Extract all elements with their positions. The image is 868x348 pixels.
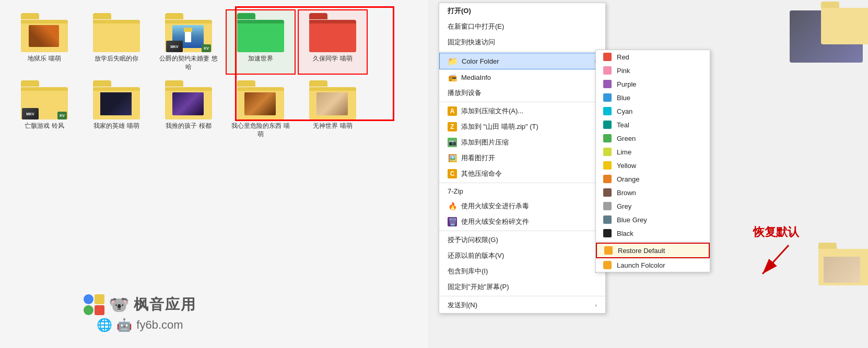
color-label-blue: Blue <box>617 94 630 102</box>
menu-pin-quick-label: 固定到快速访问 <box>448 38 495 47</box>
color-label-restore: Restore Default <box>618 247 665 255</box>
color-item-lime[interactable]: Lime <box>596 145 710 159</box>
menu-shred[interactable]: 🗑️ 使用火绒安全粉碎文件 › <box>439 214 605 230</box>
menu-play-device[interactable]: 播放到设备 › <box>439 85 605 101</box>
compress-icon: C <box>448 169 457 178</box>
color-dot-teal <box>603 121 612 129</box>
menu-send-to-label: 发送到(N) <box>448 301 477 310</box>
menu-view-img[interactable]: 🖼️ 用看图打开 <box>439 150 605 166</box>
menu-pin-start[interactable]: 固定到"开始"屏幕(P) <box>439 279 605 295</box>
color-label-brown: Brown <box>617 189 636 197</box>
color-divider <box>596 241 710 242</box>
folder-item[interactable]: 无神世界 喵萌 <box>299 78 367 141</box>
menu-add-img-zip[interactable]: 📷 添加到图片压缩 <box>439 135 605 150</box>
color-folder-icon: 📁 <box>448 56 458 66</box>
color-dot-yellow <box>603 161 612 170</box>
folder-item[interactable]: 我家的英雄 喵萌 <box>83 78 150 141</box>
menu-divider-2 <box>439 102 605 102</box>
menu-permissions-label: 授予访问权限(G) <box>448 235 498 245</box>
folder-item[interactable]: 我心里危险的东西 喵萌 <box>227 78 295 141</box>
menu-restore-ver[interactable]: 还原以前的版本(V) <box>439 248 605 263</box>
menu-media-info[interactable]: 📻 MediaInfo <box>439 69 605 85</box>
menu-open[interactable]: 打开(O) <box>439 3 605 19</box>
color-label-teal: Teal <box>617 121 629 129</box>
menu-other-compress[interactable]: C 其他压缩命令 › <box>439 166 605 182</box>
color-dot-green <box>603 134 612 142</box>
img-zip-icon: 📷 <box>448 138 457 147</box>
annotation-arrow-svg <box>752 240 799 282</box>
folder-item[interactable]: 我推的孩子 桜都 <box>155 78 222 141</box>
folder-label: 亡骸游戏 铃风 <box>25 122 64 130</box>
menu-7zip-label: 7-Zip <box>448 187 463 195</box>
zip-icon: Z <box>448 122 457 131</box>
menu-add-zip[interactable]: Z 添加到 "山田 喵萌.zip" (T) <box>439 119 605 135</box>
menu-add-archive[interactable]: A 添加到压缩文件(A)... <box>439 103 605 119</box>
color-item-black[interactable]: Black <box>596 226 710 240</box>
color-item-orange[interactable]: Orange <box>596 172 710 186</box>
menu-include-lib-label: 包含到库中(I) <box>448 267 488 276</box>
menu-include-lib[interactable]: 包含到库中(I) › <box>439 263 605 279</box>
folder-label: 放学后失眠的你 <box>95 55 138 63</box>
menu-send-to[interactable]: 发送到(N) › <box>439 297 605 313</box>
color-dot-orange <box>603 175 612 183</box>
color-item-green[interactable]: Green <box>596 131 710 145</box>
color-dot-red <box>603 53 612 61</box>
context-menu-area: 打开(O) 在新窗口中打开(E) 固定到快速访问 📁 Color Folder … <box>428 0 868 348</box>
color-label-grey: Grey <box>617 202 631 210</box>
color-label-purple: Purple <box>617 80 637 88</box>
menu-color-folder[interactable]: 📁 Color Folder › <box>439 53 605 69</box>
file-explorer: 地狱乐 喵萌 放学后失眠的你 MKV <box>0 0 428 348</box>
menu-virus-scan-label: 使用火绒安全进行杀毒 <box>461 201 529 211</box>
menu-other-compress-label: 其他压缩命令 <box>461 169 502 178</box>
menu-view-img-label: 用看图打开 <box>461 153 495 163</box>
folder-item[interactable]: MKV KV 公爵的契约未婚妻 悠哈 <box>155 10 222 74</box>
color-item-purple[interactable]: Purple <box>596 77 710 91</box>
folder-item[interactable]: MKV KV 亡骸游戏 铃风 <box>10 78 78 141</box>
folder-label: 我心里危险的东西 喵萌 <box>229 122 292 138</box>
watermark: 🐨 枫音应用 🌐 🤖 fy6b.com <box>84 294 196 332</box>
watermark-url: fy6b.com <box>136 318 183 332</box>
menu-divider-3 <box>439 183 605 183</box>
folder-label: 我推的孩子 桜都 <box>166 122 211 130</box>
color-item-red[interactable]: Red <box>596 50 710 64</box>
color-item-brown[interactable]: Brown <box>596 186 710 199</box>
color-item-pink[interactable]: Pink <box>596 64 710 77</box>
menu-pin-quick[interactable]: 固定到快速访问 <box>439 34 605 50</box>
media-info-icon: 📻 <box>448 73 457 82</box>
color-item-blue[interactable]: Blue <box>596 91 710 104</box>
menu-media-info-label: MediaInfo <box>461 74 491 81</box>
archive-icon: A <box>448 106 457 116</box>
color-label-blue-grey: Blue Grey <box>617 216 647 224</box>
folder-item-selected[interactable]: 加速世界 <box>227 10 295 74</box>
folder-label: 我家的英雄 喵萌 <box>93 122 139 130</box>
color-item-cyan[interactable]: Cyan <box>596 104 710 118</box>
color-dot-pink <box>603 66 612 75</box>
color-item-launch-folcolor[interactable]: Launch Folcolor <box>596 258 710 272</box>
annotation-container: 恢复默认 <box>752 224 799 282</box>
color-item-blue-grey[interactable]: Blue Grey <box>596 213 710 226</box>
color-label-black: Black <box>617 230 634 237</box>
menu-pin-start-label: 固定到"开始"屏幕(P) <box>448 282 509 292</box>
folder-item[interactable]: 地狱乐 喵萌 <box>10 10 78 74</box>
menu-permissions[interactable]: 授予访问权限(G) › <box>439 232 605 248</box>
color-item-yellow[interactable]: Yellow <box>596 159 710 172</box>
menu-color-folder-label: Color Folder <box>462 57 499 65</box>
color-item-grey[interactable]: Grey <box>596 199 710 213</box>
color-item-teal[interactable]: Teal <box>596 118 710 131</box>
folder-label: 公爵的契约未婚妻 悠哈 <box>157 55 220 71</box>
color-dot-restore <box>604 246 613 255</box>
menu-7zip[interactable]: 7-Zip › <box>439 184 605 198</box>
color-item-restore-default[interactable]: Restore Default <box>596 243 710 258</box>
menu-restore-ver-label: 还原以前的版本(V) <box>448 251 504 260</box>
folder-label: 无神世界 喵萌 <box>313 122 352 130</box>
folder-item[interactable]: 放学后失眠的你 <box>83 10 150 74</box>
menu-open-new-window[interactable]: 在新窗口中打开(E) <box>439 19 605 34</box>
submenu-arrow-8: › <box>595 302 597 308</box>
menu-virus-scan[interactable]: 🔥 使用火绒安全进行杀毒 <box>439 198 605 214</box>
color-label-cyan: Cyan <box>617 107 632 115</box>
color-label-lime: Lime <box>617 148 631 156</box>
folder-item-selected[interactable]: 久保同学 喵萌 <box>299 10 367 74</box>
folder-label: 地狱乐 喵萌 <box>28 55 61 63</box>
shred-icon: 🗑️ <box>448 217 457 226</box>
color-dot-grey <box>603 202 612 210</box>
